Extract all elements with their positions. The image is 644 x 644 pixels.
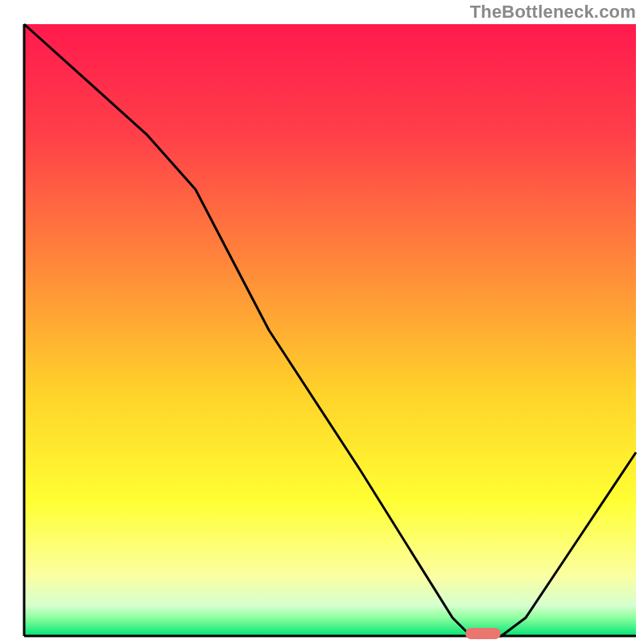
chart-svg <box>0 0 644 644</box>
watermark-text: TheBottleneck.com <box>470 2 636 23</box>
gradient-background <box>24 24 636 636</box>
chart-container: { "watermark": "TheBottleneck.com", "cha… <box>0 0 644 644</box>
optimum-marker <box>465 628 501 639</box>
